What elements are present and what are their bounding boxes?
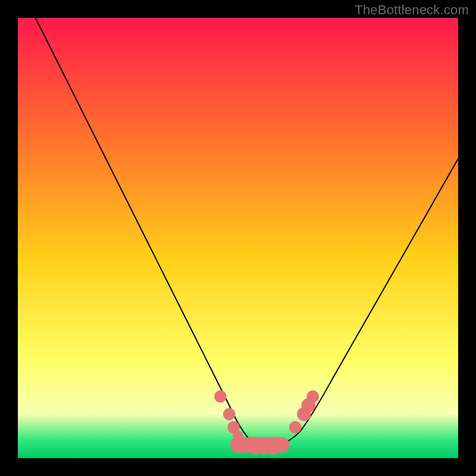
gradient-background xyxy=(18,18,458,458)
bottleneck-chart-svg xyxy=(18,18,458,458)
curve-marker xyxy=(277,440,287,450)
chart-frame: TheBottleneck.com xyxy=(0,0,476,476)
curve-marker xyxy=(306,390,319,403)
curve-marker xyxy=(233,431,243,441)
curve-marker xyxy=(289,421,302,434)
curve-marker xyxy=(223,408,236,421)
plot-area xyxy=(18,18,458,458)
watermark-text: TheBottleneck.com xyxy=(355,2,469,18)
curve-marker xyxy=(214,390,227,403)
